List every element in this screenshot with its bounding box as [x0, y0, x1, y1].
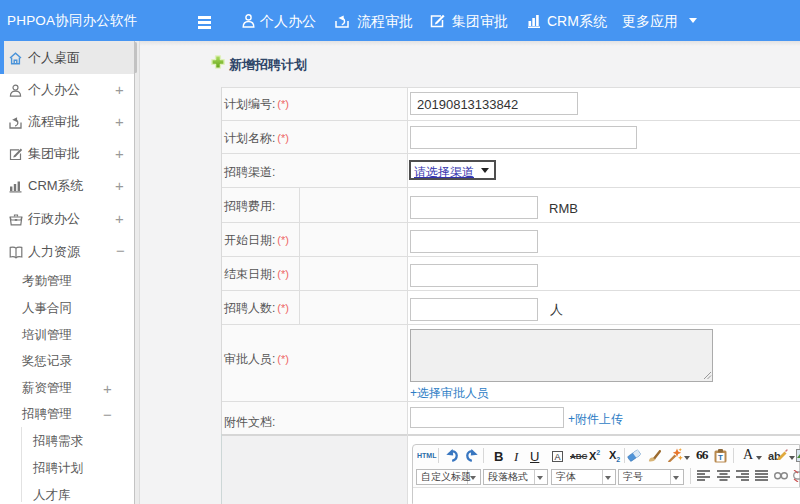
svg-text:T: T — [718, 453, 723, 462]
